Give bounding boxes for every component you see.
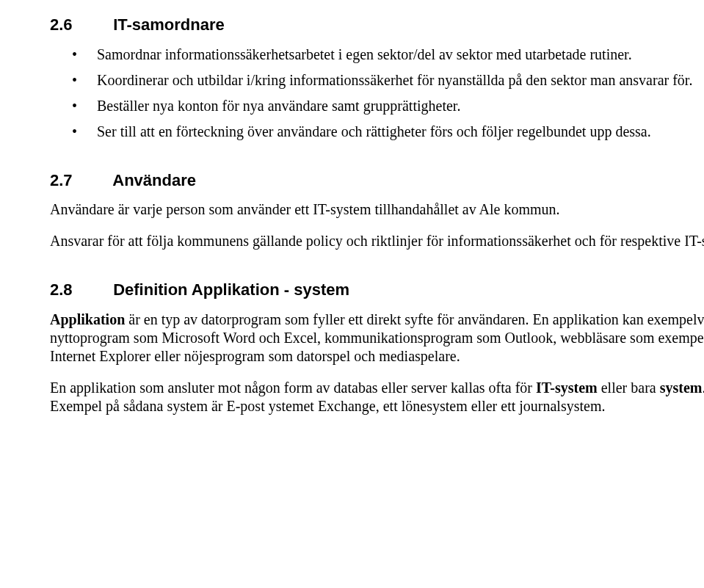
list-item-text: Beställer nya konton för nya användare s… <box>97 98 460 114</box>
paragraph: En applikation som ansluter mot någon fo… <box>50 379 704 415</box>
heading-2-8: 2.8 Definition Applikation - system <box>50 280 704 300</box>
bold-text: system <box>660 380 703 396</box>
heading-title: Användare <box>112 171 196 189</box>
list-item-text: Ser till att en förteckning över använda… <box>97 123 651 139</box>
section-2-8: 2.8 Definition Applikation - system Appl… <box>50 280 704 415</box>
list-item: Koordinerar och utbildar i/kring informa… <box>50 71 704 90</box>
heading-number: 2.6 <box>50 15 109 35</box>
list-item: Samordnar informationssäkerhetsarbetet i… <box>50 46 704 64</box>
heading-2-6: 2.6 IT-samordnare <box>50 15 704 35</box>
list-item-text: Koordinerar och utbildar i/kring informa… <box>97 72 692 88</box>
heading-number: 2.7 <box>50 170 109 191</box>
heading-2-7: 2.7 Användare <box>50 170 704 191</box>
paragraph: Ansvarar för att följa kommunens gälland… <box>50 232 704 250</box>
paragraph: Användare är varje person som använder e… <box>50 200 704 219</box>
list-item: Ser till att en förteckning över använda… <box>50 123 704 141</box>
heading-title: IT-samordnare <box>113 15 225 34</box>
section-2-6: 2.6 IT-samordnare Samordnar informations… <box>50 15 704 141</box>
bullet-list-2-6: Samordnar informationssäkerhetsarbetet i… <box>50 46 704 141</box>
list-item-text: Samordnar informationssäkerhetsarbetet i… <box>97 46 632 62</box>
heading-title: Definition Applikation - system <box>113 280 349 299</box>
paragraph: Applikation är en typ av datorprogram so… <box>50 311 704 366</box>
bold-text: Applikation <box>50 311 125 327</box>
bold-text: IT-system <box>536 380 598 396</box>
list-item: Beställer nya konton för nya användare s… <box>50 97 704 115</box>
heading-number: 2.8 <box>50 280 109 300</box>
section-2-7: 2.7 Användare Användare är varje person … <box>50 170 704 251</box>
